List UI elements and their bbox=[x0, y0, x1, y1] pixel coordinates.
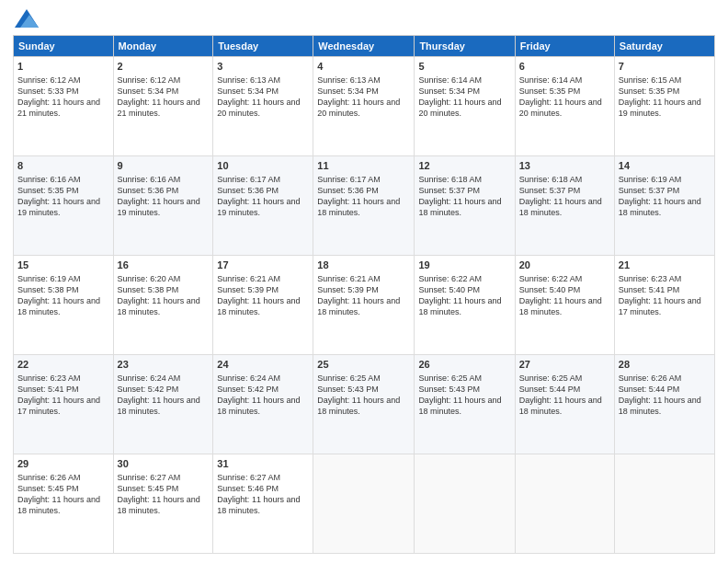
calendar-cell: 8Sunrise: 6:16 AMSunset: 5:35 PMDaylight… bbox=[14, 156, 114, 256]
day-number: 13 bbox=[519, 159, 610, 173]
calendar-cell bbox=[515, 454, 614, 554]
calendar-cell: 20Sunrise: 6:22 AMSunset: 5:40 PMDayligh… bbox=[515, 256, 614, 355]
calendar-header-monday: Monday bbox=[113, 36, 213, 57]
calendar-cell: 5Sunrise: 6:14 AMSunset: 5:34 PMDaylight… bbox=[415, 57, 515, 156]
calendar-cell: 25Sunrise: 6:25 AMSunset: 5:43 PMDayligh… bbox=[313, 355, 415, 454]
day-detail: Sunrise: 6:19 AMSunset: 5:37 PMDaylight:… bbox=[619, 174, 711, 219]
day-detail: Sunrise: 6:27 AMSunset: 5:46 PMDaylight:… bbox=[217, 472, 309, 517]
calendar-cell: 13Sunrise: 6:18 AMSunset: 5:37 PMDayligh… bbox=[515, 156, 614, 256]
day-detail: Sunrise: 6:22 AMSunset: 5:40 PMDaylight:… bbox=[418, 273, 510, 318]
calendar-cell: 11Sunrise: 6:17 AMSunset: 5:36 PMDayligh… bbox=[313, 156, 415, 256]
calendar-header-friday: Friday bbox=[515, 36, 614, 57]
calendar-cell: 29Sunrise: 6:26 AMSunset: 5:45 PMDayligh… bbox=[14, 454, 114, 554]
day-number: 20 bbox=[519, 259, 610, 272]
logo bbox=[13, 9, 39, 28]
calendar-cell: 15Sunrise: 6:19 AMSunset: 5:38 PMDayligh… bbox=[14, 256, 114, 355]
day-number: 22 bbox=[17, 358, 109, 372]
calendar-cell: 21Sunrise: 6:23 AMSunset: 5:41 PMDayligh… bbox=[614, 256, 714, 355]
day-number: 4 bbox=[317, 60, 410, 74]
day-detail: Sunrise: 6:16 AMSunset: 5:36 PMDaylight:… bbox=[118, 174, 210, 219]
day-number: 14 bbox=[619, 159, 711, 173]
calendar-cell: 26Sunrise: 6:25 AMSunset: 5:43 PMDayligh… bbox=[415, 355, 515, 454]
day-number: 25 bbox=[317, 358, 410, 372]
day-number: 26 bbox=[418, 358, 510, 372]
day-detail: Sunrise: 6:25 AMSunset: 5:43 PMDaylight:… bbox=[418, 373, 510, 418]
day-number: 19 bbox=[418, 259, 510, 272]
calendar-week-row: 1Sunrise: 6:12 AMSunset: 5:33 PMDaylight… bbox=[14, 57, 715, 156]
day-detail: Sunrise: 6:23 AMSunset: 5:41 PMDaylight:… bbox=[17, 373, 109, 418]
logo-text bbox=[13, 9, 39, 28]
day-detail: Sunrise: 6:12 AMSunset: 5:34 PMDaylight:… bbox=[118, 75, 210, 120]
day-number: 23 bbox=[118, 358, 210, 372]
calendar-cell: 19Sunrise: 6:22 AMSunset: 5:40 PMDayligh… bbox=[415, 256, 515, 355]
day-detail: Sunrise: 6:14 AMSunset: 5:34 PMDaylight:… bbox=[418, 75, 510, 120]
calendar-header-sunday: Sunday bbox=[14, 36, 114, 57]
day-detail: Sunrise: 6:21 AMSunset: 5:39 PMDaylight:… bbox=[217, 273, 309, 318]
day-number: 21 bbox=[619, 259, 711, 272]
day-number: 29 bbox=[17, 457, 109, 471]
calendar-cell: 1Sunrise: 6:12 AMSunset: 5:33 PMDaylight… bbox=[14, 57, 114, 156]
calendar-cell: 31Sunrise: 6:27 AMSunset: 5:46 PMDayligh… bbox=[213, 454, 313, 554]
calendar-cell: 17Sunrise: 6:21 AMSunset: 5:39 PMDayligh… bbox=[213, 256, 313, 355]
day-detail: Sunrise: 6:26 AMSunset: 5:45 PMDaylight:… bbox=[17, 472, 109, 517]
calendar-cell: 12Sunrise: 6:18 AMSunset: 5:37 PMDayligh… bbox=[415, 156, 515, 256]
calendar-cell: 4Sunrise: 6:13 AMSunset: 5:34 PMDaylight… bbox=[313, 57, 415, 156]
day-detail: Sunrise: 6:24 AMSunset: 5:42 PMDaylight:… bbox=[217, 373, 309, 418]
day-detail: Sunrise: 6:17 AMSunset: 5:36 PMDaylight:… bbox=[317, 174, 410, 219]
calendar-cell: 18Sunrise: 6:21 AMSunset: 5:39 PMDayligh… bbox=[313, 256, 415, 355]
calendar-cell: 16Sunrise: 6:20 AMSunset: 5:38 PMDayligh… bbox=[113, 256, 213, 355]
calendar-header-row: SundayMondayTuesdayWednesdayThursdayFrid… bbox=[14, 36, 715, 57]
day-number: 11 bbox=[317, 159, 410, 173]
calendar-cell bbox=[313, 454, 415, 554]
day-detail: Sunrise: 6:13 AMSunset: 5:34 PMDaylight:… bbox=[317, 75, 410, 120]
day-detail: Sunrise: 6:23 AMSunset: 5:41 PMDaylight:… bbox=[619, 273, 711, 318]
day-number: 15 bbox=[17, 259, 109, 272]
day-number: 28 bbox=[619, 358, 711, 372]
calendar-cell: 23Sunrise: 6:24 AMSunset: 5:42 PMDayligh… bbox=[113, 355, 213, 454]
calendar-cell: 2Sunrise: 6:12 AMSunset: 5:34 PMDaylight… bbox=[113, 57, 213, 156]
header bbox=[13, 9, 715, 28]
calendar-header-saturday: Saturday bbox=[614, 36, 714, 57]
calendar-cell: 22Sunrise: 6:23 AMSunset: 5:41 PMDayligh… bbox=[14, 355, 114, 454]
day-number: 30 bbox=[118, 457, 210, 471]
day-number: 1 bbox=[17, 60, 109, 74]
calendar-cell: 27Sunrise: 6:25 AMSunset: 5:44 PMDayligh… bbox=[515, 355, 614, 454]
day-detail: Sunrise: 6:16 AMSunset: 5:35 PMDaylight:… bbox=[17, 174, 109, 219]
day-detail: Sunrise: 6:13 AMSunset: 5:34 PMDaylight:… bbox=[217, 75, 309, 120]
day-detail: Sunrise: 6:24 AMSunset: 5:42 PMDaylight:… bbox=[118, 373, 210, 418]
calendar-cell: 6Sunrise: 6:14 AMSunset: 5:35 PMDaylight… bbox=[515, 57, 614, 156]
calendar-cell bbox=[614, 454, 714, 554]
calendar-cell: 9Sunrise: 6:16 AMSunset: 5:36 PMDaylight… bbox=[113, 156, 213, 256]
calendar-week-row: 8Sunrise: 6:16 AMSunset: 5:35 PMDaylight… bbox=[14, 156, 715, 256]
day-number: 12 bbox=[418, 159, 510, 173]
day-number: 6 bbox=[519, 60, 610, 74]
page: SundayMondayTuesdayWednesdayThursdayFrid… bbox=[0, 0, 728, 563]
calendar-header-tuesday: Tuesday bbox=[213, 36, 313, 57]
day-number: 5 bbox=[418, 60, 510, 74]
calendar-header-thursday: Thursday bbox=[415, 36, 515, 57]
day-detail: Sunrise: 6:25 AMSunset: 5:43 PMDaylight:… bbox=[317, 373, 410, 418]
day-number: 31 bbox=[217, 457, 309, 471]
calendar-week-row: 15Sunrise: 6:19 AMSunset: 5:38 PMDayligh… bbox=[14, 256, 715, 355]
calendar-cell: 28Sunrise: 6:26 AMSunset: 5:44 PMDayligh… bbox=[614, 355, 714, 454]
calendar-cell: 10Sunrise: 6:17 AMSunset: 5:36 PMDayligh… bbox=[213, 156, 313, 256]
day-number: 8 bbox=[17, 159, 109, 173]
day-detail: Sunrise: 6:20 AMSunset: 5:38 PMDaylight:… bbox=[118, 273, 210, 318]
calendar-cell: 30Sunrise: 6:27 AMSunset: 5:45 PMDayligh… bbox=[113, 454, 213, 554]
day-detail: Sunrise: 6:27 AMSunset: 5:45 PMDaylight:… bbox=[118, 472, 210, 517]
day-number: 17 bbox=[217, 259, 309, 272]
day-number: 24 bbox=[217, 358, 309, 372]
day-detail: Sunrise: 6:12 AMSunset: 5:33 PMDaylight:… bbox=[17, 75, 109, 120]
day-detail: Sunrise: 6:26 AMSunset: 5:44 PMDaylight:… bbox=[619, 373, 711, 418]
calendar-header-wednesday: Wednesday bbox=[313, 36, 415, 57]
day-number: 3 bbox=[217, 60, 309, 74]
day-detail: Sunrise: 6:18 AMSunset: 5:37 PMDaylight:… bbox=[418, 174, 510, 219]
day-detail: Sunrise: 6:22 AMSunset: 5:40 PMDaylight:… bbox=[519, 273, 610, 318]
day-detail: Sunrise: 6:25 AMSunset: 5:44 PMDaylight:… bbox=[519, 373, 610, 418]
day-number: 27 bbox=[519, 358, 610, 372]
calendar-cell: 24Sunrise: 6:24 AMSunset: 5:42 PMDayligh… bbox=[213, 355, 313, 454]
day-number: 2 bbox=[118, 60, 210, 74]
calendar-cell: 14Sunrise: 6:19 AMSunset: 5:37 PMDayligh… bbox=[614, 156, 714, 256]
day-detail: Sunrise: 6:15 AMSunset: 5:35 PMDaylight:… bbox=[619, 75, 711, 120]
calendar-week-row: 22Sunrise: 6:23 AMSunset: 5:41 PMDayligh… bbox=[14, 355, 715, 454]
